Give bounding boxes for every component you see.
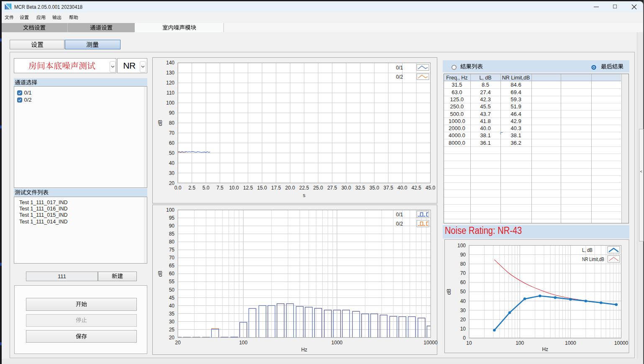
svg-text:15.0: 15.0 — [257, 185, 267, 191]
svg-text:30: 30 — [169, 319, 175, 325]
svg-text:0/2: 0/2 — [396, 221, 403, 227]
svg-text:20: 20 — [169, 335, 175, 341]
svg-text:100: 100 — [166, 100, 174, 106]
svg-text:0/1: 0/1 — [396, 65, 403, 71]
svg-text:7.5: 7.5 — [216, 185, 223, 191]
svg-text:dB: dB — [446, 288, 452, 295]
svg-text:Hz: Hz — [301, 347, 308, 353]
svg-text:42.5: 42.5 — [411, 185, 421, 191]
svg-text:s: s — [303, 192, 305, 198]
svg-text:NR Limit,dB: NR Limit,dB — [582, 256, 604, 262]
svg-text:75: 75 — [169, 247, 175, 253]
svg-text:12.5: 12.5 — [243, 185, 253, 191]
svg-text:40: 40 — [169, 303, 175, 309]
svg-text:90: 90 — [460, 251, 466, 257]
svg-text:10000: 10000 — [423, 340, 438, 346]
svg-text:80: 80 — [169, 239, 175, 245]
svg-text:10: 10 — [466, 340, 472, 346]
svg-text:110: 110 — [167, 90, 174, 96]
svg-text:dB: dB — [157, 120, 163, 126]
svg-text:55: 55 — [169, 279, 175, 285]
svg-text:130: 130 — [166, 70, 174, 76]
svg-text:37.5: 37.5 — [383, 185, 393, 191]
svg-text:70: 70 — [460, 270, 466, 276]
svg-text:20: 20 — [169, 180, 175, 186]
svg-text:45: 45 — [169, 295, 175, 301]
svg-text:65: 65 — [169, 263, 175, 269]
svg-text:35.0: 35.0 — [369, 185, 380, 191]
svg-text:70: 70 — [169, 255, 175, 261]
svg-text:10000: 10000 — [614, 340, 629, 346]
svg-text:85: 85 — [169, 231, 175, 237]
svg-text:10.0: 10.0 — [229, 185, 239, 191]
svg-text:22.5: 22.5 — [299, 185, 309, 191]
svg-text:100: 100 — [166, 207, 174, 213]
svg-text:17.5: 17.5 — [271, 185, 281, 191]
svg-text:20: 20 — [175, 340, 181, 346]
svg-text:40.0: 40.0 — [398, 185, 408, 191]
svg-text:5.0: 5.0 — [203, 185, 210, 191]
svg-text:35: 35 — [169, 311, 175, 317]
svg-text:20: 20 — [460, 316, 466, 322]
svg-text:40: 40 — [169, 160, 175, 166]
svg-text:60: 60 — [460, 279, 466, 285]
svg-text:L, dB: L, dB — [582, 247, 593, 253]
svg-text:80: 80 — [460, 261, 466, 267]
svg-text:90: 90 — [169, 110, 175, 116]
svg-text:100: 100 — [516, 340, 524, 346]
svg-text:50: 50 — [169, 287, 175, 293]
svg-text:27.5: 27.5 — [327, 185, 337, 191]
svg-text:25.0: 25.0 — [313, 185, 323, 191]
svg-text:45.0: 45.0 — [426, 185, 436, 191]
svg-text:140: 140 — [166, 60, 174, 66]
svg-text:0: 0 — [463, 335, 466, 341]
svg-text:40: 40 — [460, 298, 466, 304]
svg-text:80: 80 — [169, 120, 175, 126]
svg-text:50: 50 — [460, 289, 466, 295]
svg-text:50: 50 — [169, 150, 175, 156]
svg-text:2.5: 2.5 — [188, 185, 195, 191]
svg-text:Hz: Hz — [542, 346, 548, 352]
svg-text:dB: dB — [157, 271, 163, 277]
svg-text:120: 120 — [166, 80, 174, 86]
svg-text:70: 70 — [169, 130, 175, 136]
svg-text:100: 100 — [457, 242, 466, 248]
svg-text:20.0: 20.0 — [285, 185, 295, 191]
svg-text:1000: 1000 — [331, 340, 343, 346]
svg-text:60: 60 — [169, 140, 175, 146]
svg-text:0/2: 0/2 — [396, 74, 403, 80]
svg-text:30.0: 30.0 — [341, 185, 352, 191]
svg-text:10: 10 — [460, 326, 466, 332]
svg-text:0.0: 0.0 — [174, 185, 182, 191]
svg-text:95: 95 — [169, 215, 175, 221]
svg-text:100: 100 — [239, 340, 247, 346]
svg-text:30: 30 — [460, 307, 466, 313]
svg-text:25: 25 — [169, 327, 175, 333]
svg-text:32.5: 32.5 — [355, 185, 365, 191]
svg-text:30: 30 — [169, 170, 175, 176]
svg-text:60: 60 — [169, 271, 175, 277]
svg-text:1000: 1000 — [565, 340, 576, 346]
svg-text:0/1: 0/1 — [396, 212, 403, 218]
svg-text:90: 90 — [169, 223, 175, 229]
